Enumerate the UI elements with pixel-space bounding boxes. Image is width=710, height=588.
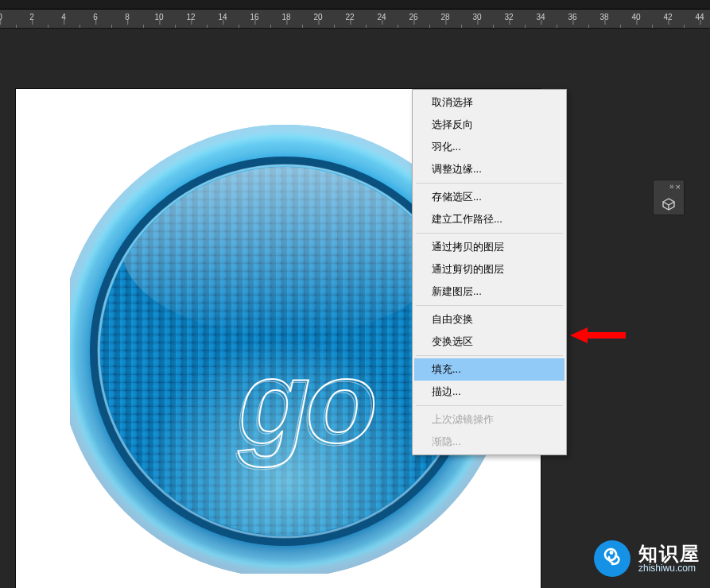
ruler-tick: 42 — [663, 13, 672, 21]
ruler-tick: 0 — [0, 13, 2, 21]
ruler-tick: 24 — [377, 13, 386, 21]
ruler-tick: 10 — [154, 13, 163, 21]
menu-item-transform-sel[interactable]: 变换选区 — [414, 331, 565, 353]
ruler-tick: 16 — [250, 13, 258, 21]
menu-item-make-path[interactable]: 建立工作路径... — [414, 208, 565, 230]
annotation-arrow — [570, 326, 626, 346]
svg-point-12 — [610, 551, 614, 555]
expand-panel-icon[interactable]: » — [669, 182, 673, 191]
menu-item-last-filter: 上次滤镜操作 — [414, 408, 565, 431]
ruler-tick: 26 — [409, 13, 417, 21]
menu-item-refine-edge[interactable]: 调整边缘... — [414, 158, 565, 180]
menu-item-fade: 渐隐... — [414, 431, 565, 453]
ruler-tick: 40 — [631, 13, 640, 21]
collapsed-panel[interactable]: » × — [653, 180, 685, 215]
ruler-tick: 34 — [536, 13, 545, 21]
context-menu[interactable]: 取消选择选择反向羽化...调整边缘...存储选区...建立工作路径...通过拷贝… — [412, 89, 567, 455]
menu-item-layer-cut[interactable]: 通过剪切的图层 — [414, 258, 565, 280]
menu-separator — [416, 355, 563, 356]
svg-marker-11 — [570, 327, 626, 343]
menu-item-new-layer[interactable]: 新建图层... — [414, 280, 565, 303]
close-panel-icon[interactable]: × — [676, 182, 681, 191]
ruler-tick: 14 — [218, 13, 227, 21]
watermark-subtitle: zhishiwu.com — [638, 563, 700, 574]
ruler-tick: 8 — [125, 13, 130, 21]
ruler-tick: 2 — [29, 13, 34, 21]
menu-item-save-sel[interactable]: 存储选区... — [414, 186, 565, 208]
menu-item-feather[interactable]: 羽化... — [414, 136, 565, 158]
menu-item-stroke[interactable]: 描边... — [414, 381, 565, 403]
menu-separator — [416, 183, 563, 184]
canvas-text-value: go — [239, 336, 373, 467]
watermark-badge — [594, 540, 630, 577]
menu-separator — [416, 233, 563, 234]
watermark: 知识屋 zhishiwu.com — [594, 540, 700, 577]
ruler-tick: 6 — [93, 13, 98, 21]
ruler-tick: 28 — [440, 13, 449, 21]
3d-panel-icon[interactable] — [661, 196, 677, 211]
ruler-tick: 22 — [345, 13, 354, 21]
ruler-tick: 20 — [313, 13, 322, 21]
option-bar — [0, 0, 710, 10]
canvas-text-go: go — [239, 343, 373, 461]
ruler-tick: 18 — [281, 13, 290, 21]
watermark-title: 知识屋 — [638, 544, 700, 563]
menu-item-fill[interactable]: 填充... — [414, 358, 565, 381]
ruler-tick: 38 — [599, 13, 608, 21]
ruler-tick: 4 — [61, 13, 66, 21]
menu-separator — [416, 305, 563, 306]
ruler-tick: 36 — [568, 13, 576, 21]
menu-item-deselect[interactable]: 取消选择 — [414, 91, 565, 114]
ruler-tick: 32 — [504, 13, 513, 21]
menu-separator — [416, 405, 563, 406]
ruler-tick: 44 — [695, 13, 704, 21]
ruler-tick: 12 — [186, 13, 195, 21]
menu-item-layer-copy[interactable]: 通过拷贝的图层 — [414, 236, 565, 258]
ruler-tick: 30 — [472, 13, 481, 21]
horizontal-ruler: 0246810121416182022242628303234363840424… — [0, 10, 710, 29]
menu-item-free-transform[interactable]: 自由变换 — [414, 308, 565, 331]
menu-item-inverse[interactable]: 选择反向 — [414, 114, 565, 136]
